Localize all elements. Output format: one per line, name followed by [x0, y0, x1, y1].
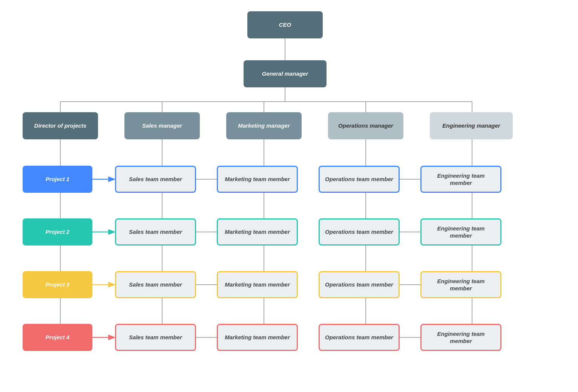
- org-chart: CEO General manager Director of projects…: [0, 0, 578, 392]
- eng-tm-3-label: Engineering team member: [426, 278, 496, 292]
- marketing-team-member-4: Marketing team member: [217, 324, 298, 351]
- marketing-team-member-1: Marketing team member: [217, 166, 298, 193]
- sales-manager-label: Sales manager: [142, 122, 182, 130]
- eng-tm-2-label: Engineering team member: [426, 225, 496, 239]
- mkt-tm-3-label: Marketing team member: [225, 281, 290, 288]
- engineering-team-member-1: Engineering team member: [420, 166, 501, 193]
- ops-tm-3-label: Operations team member: [325, 281, 393, 288]
- project4-node: Project 4: [23, 324, 92, 351]
- director-label: Director of projects: [34, 122, 86, 130]
- sales-team-member-3: Sales team member: [115, 271, 196, 298]
- sales-team-member-1: Sales team member: [115, 166, 196, 193]
- gm-label: General manager: [262, 70, 308, 78]
- sales-tm-2-label: Sales team member: [129, 228, 182, 236]
- marketing-manager-label: Marketing manager: [238, 122, 290, 130]
- operations-team-member-4: Operations team member: [319, 324, 400, 351]
- engineering-team-member-2: Engineering team member: [420, 218, 501, 246]
- mkt-tm-2-label: Marketing team member: [225, 228, 290, 236]
- mkt-tm-1-label: Marketing team member: [225, 175, 290, 183]
- eng-tm-4-label: Engineering team member: [426, 330, 496, 345]
- sales-team-member-2: Sales team member: [115, 218, 196, 246]
- operations-manager-node: Operations manager: [328, 112, 403, 139]
- engineering-team-member-3: Engineering team member: [420, 271, 501, 298]
- mkt-tm-4-label: Marketing team member: [225, 334, 290, 341]
- operations-team-member-3: Operations team member: [319, 271, 400, 298]
- engineering-team-member-4: Engineering team member: [420, 324, 501, 351]
- marketing-manager-node: Marketing manager: [226, 112, 302, 139]
- project4-label: Project 4: [46, 334, 69, 341]
- sales-manager-node: Sales manager: [124, 112, 200, 139]
- marketing-team-member-3: Marketing team member: [217, 271, 298, 298]
- project2-label: Project 2: [46, 228, 69, 236]
- sales-tm-4-label: Sales team member: [129, 334, 182, 341]
- sales-tm-1-label: Sales team member: [129, 175, 182, 183]
- gm-node: General manager: [244, 60, 327, 87]
- director-node: Director of projects: [23, 112, 98, 139]
- project3-node: Project 3: [23, 271, 92, 298]
- project3-label: Project 3: [46, 281, 69, 288]
- operations-team-member-1: Operations team member: [319, 166, 400, 193]
- eng-tm-1-label: Engineering team member: [426, 172, 496, 187]
- project1-label: Project 1: [46, 175, 69, 183]
- engineering-manager-node: Engineering manager: [430, 112, 513, 139]
- project1-node: Project 1: [23, 166, 92, 193]
- sales-tm-3-label: Sales team member: [129, 281, 182, 288]
- ceo-label: CEO: [279, 21, 291, 29]
- operations-team-member-2: Operations team member: [319, 218, 400, 246]
- ceo-node: CEO: [247, 11, 323, 38]
- sales-team-member-4: Sales team member: [115, 324, 196, 351]
- ops-tm-1-label: Operations team member: [325, 175, 393, 183]
- operations-manager-label: Operations manager: [338, 122, 393, 130]
- ops-tm-4-label: Operations team member: [325, 334, 393, 341]
- project2-node: Project 2: [23, 218, 92, 246]
- ops-tm-2-label: Operations team member: [325, 228, 393, 236]
- marketing-team-member-2: Marketing team member: [217, 218, 298, 246]
- engineering-manager-label: Engineering manager: [442, 122, 500, 130]
